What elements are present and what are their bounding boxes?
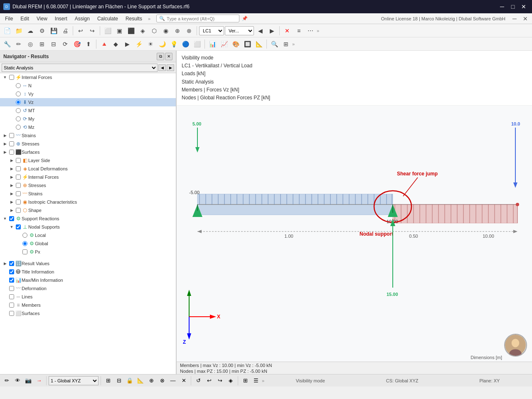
radio-vy[interactable]	[16, 91, 21, 96]
tb-view6[interactable]: ◉	[160, 25, 171, 36]
cb-lines[interactable]	[9, 294, 14, 299]
search-area[interactable]: 🔍	[156, 15, 239, 22]
tb2-12[interactable]: ⚡	[133, 39, 144, 49]
tb2-9[interactable]: 🔺	[99, 39, 109, 49]
cb-stress2[interactable]	[16, 183, 21, 188]
viewport[interactable]: 5.00 10.0 -5.00	[177, 106, 532, 362]
cb-layer-side[interactable]	[16, 158, 21, 163]
bt-redo2[interactable]: ↪	[215, 376, 225, 386]
tb2-13[interactable]: ☀	[145, 39, 156, 49]
cb-internal-forces[interactable]	[9, 75, 14, 80]
tree-deformation[interactable]: ▶ 〰 Deformation	[0, 284, 176, 293]
tree-support-reactions[interactable]: ▼ ⚙ Support Reactions	[0, 214, 176, 223]
panel-close-button[interactable]: ✕	[520, 14, 530, 24]
tb2-11[interactable]: ▶	[122, 39, 133, 49]
close-button[interactable]: ✕	[519, 2, 529, 12]
tb-next[interactable]: ▶	[266, 25, 277, 36]
bt-grid[interactable]: ⊞	[103, 376, 113, 386]
tb2-1[interactable]: 🔧	[2, 39, 12, 49]
cb-isotropic[interactable]	[16, 200, 21, 204]
tb2-15[interactable]: 💡	[168, 39, 179, 49]
tb-open[interactable]: 📁	[13, 25, 24, 36]
coord-system-combo[interactable]: 1 - Global XYZ	[49, 376, 99, 385]
tree-isotropic[interactable]: ▶ ◉ Isotropic Characteristics	[0, 198, 176, 206]
bt-rotate[interactable]: ↺	[193, 376, 203, 386]
tb2-2[interactable]: ✏	[13, 39, 24, 49]
tb-view8[interactable]: ⊗	[184, 25, 195, 36]
tb-view2[interactable]: ▣	[114, 25, 125, 36]
tree-stresses[interactable]: ▶ ⊕ Stresses	[0, 140, 176, 148]
menu-file[interactable]: File	[2, 15, 16, 22]
expander-isotropic[interactable]: ▶	[8, 199, 15, 205]
tb2-21[interactable]: 🔲	[242, 39, 253, 49]
bt-cross[interactable]: ✕	[179, 376, 189, 386]
cb-px[interactable]	[22, 249, 27, 254]
tb2-14[interactable]: 🌙	[157, 39, 167, 49]
bt-snap[interactable]: ⊟	[114, 376, 124, 386]
tree-stresses-2[interactable]: ▶ ⊕ Stresses	[0, 181, 176, 190]
tree-mt[interactable]: ▶ ↺ MT	[0, 106, 176, 115]
minimize-button[interactable]: ─	[497, 2, 507, 12]
nav-analysis-combo[interactable]: Static Analysis	[2, 64, 158, 72]
tree-global[interactable]: ▶ ⚙ Global	[0, 239, 176, 248]
cb-shape[interactable]	[16, 208, 21, 213]
tb-print[interactable]: 🖨	[60, 25, 71, 36]
expander-stresses[interactable]: ▶	[2, 140, 8, 147]
tb-more1[interactable]: ≡	[293, 25, 304, 36]
expander-layer-side[interactable]: ▶	[8, 157, 15, 164]
tb-view1[interactable]: ⬜	[102, 25, 113, 36]
radio-global[interactable]	[22, 241, 27, 246]
expander-surfaces[interactable]: ▶	[2, 149, 8, 155]
tree-title-info[interactable]: ▶ 🅣 Title Information	[0, 268, 176, 276]
expander-shape[interactable]: ▶	[8, 207, 15, 214]
tb-view4[interactable]: ◈	[137, 25, 148, 36]
tb-new[interactable]: 📄	[2, 25, 12, 36]
tb-view3[interactable]: ⬛	[126, 25, 136, 36]
tree-vz[interactable]: ▶ ⬇ Vz	[0, 98, 176, 106]
tb2-6[interactable]: ⟳	[60, 39, 71, 49]
tb-x-red[interactable]: ✕	[282, 25, 293, 36]
tb2-17[interactable]: ⬜	[192, 39, 202, 49]
tb-save[interactable]: 💾	[48, 25, 59, 36]
tb2-24[interactable]: ⊞	[281, 39, 291, 49]
cb-result-values[interactable]	[9, 261, 14, 266]
bt-draw[interactable]: ✏	[2, 376, 12, 386]
tree-px[interactable]: ▶ ⚙ Px	[0, 248, 176, 256]
tree-members[interactable]: ▶ ≡ Members	[0, 301, 176, 309]
expander-result-values[interactable]: ▶	[2, 260, 8, 267]
bt-table[interactable]: ⊞	[240, 376, 250, 386]
tb2-20[interactable]: 🎨	[230, 39, 241, 49]
bt-3d[interactable]: ◈	[226, 376, 236, 386]
expander-internal-forces[interactable]: ▼	[2, 74, 8, 81]
tb-more2[interactable]: ⋯	[305, 25, 316, 36]
radio-my[interactable]	[16, 116, 21, 121]
cb-nodal-sup[interactable]	[16, 224, 21, 229]
tree-mz[interactable]: ▶ ⟲ Mz	[0, 123, 176, 131]
ver-combo[interactable]: Ver...	[225, 26, 254, 35]
tb2-5[interactable]: ⊟	[48, 39, 59, 49]
menu-edit[interactable]: Edit	[17, 15, 32, 22]
expander-if2[interactable]: ▶	[8, 174, 15, 180]
radio-vz[interactable]	[16, 100, 21, 105]
cb-strains2[interactable]	[16, 191, 21, 196]
bt-angle[interactable]: 📐	[135, 376, 145, 386]
tb-prev[interactable]: ◀	[255, 25, 266, 36]
nav-restore[interactable]: ⧉	[157, 53, 164, 60]
tree-shape[interactable]: ▶ ⬡ Shape	[0, 206, 176, 214]
radio-mz[interactable]	[16, 125, 21, 130]
cb-deformation[interactable]	[9, 286, 14, 291]
cb-support-reactions[interactable]	[9, 216, 14, 221]
tb2-18[interactable]: 📊	[207, 39, 218, 49]
tree-result-values[interactable]: ▶ 🔢 Result Values	[0, 259, 176, 268]
tree-maxmin-info[interactable]: ▶ 📊 Max/Min Information	[0, 276, 176, 284]
bt-eye[interactable]: 👁	[12, 376, 22, 386]
menu-assign[interactable]: Assign	[71, 15, 93, 22]
bt-dash[interactable]: —	[168, 376, 178, 386]
cb-if2[interactable]	[16, 175, 21, 180]
tree-nodal-supports[interactable]: ▼ ⊥ Nodal Supports	[0, 223, 176, 231]
nav-right-arrow[interactable]: ▶	[167, 64, 174, 71]
tb2-3[interactable]: ◎	[25, 39, 36, 49]
cb-title-info[interactable]	[9, 269, 14, 274]
expander-nodal-sup[interactable]: ▼	[8, 224, 15, 230]
bt-list[interactable]: ☰	[251, 376, 261, 386]
